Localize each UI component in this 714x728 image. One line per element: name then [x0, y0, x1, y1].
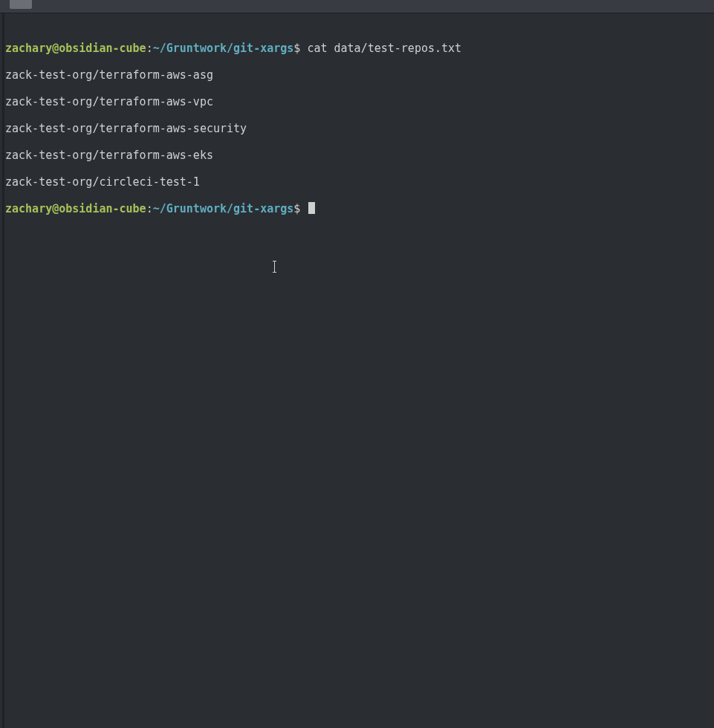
output-line: zack-test-org/terraform-aws-eks [5, 149, 712, 162]
prompt-path: ~/Gruntwork/git-xargs [153, 42, 294, 55]
prompt-dollar: $ [293, 42, 307, 55]
text-cursor-icon [274, 261, 275, 273]
prompt-user: zachary@obsidian-cube [5, 202, 146, 215]
terminal-cursor [308, 202, 315, 214]
prompt-user: zachary@obsidian-cube [5, 42, 146, 55]
prompt-path: ~/Gruntwork/git-xargs [153, 202, 294, 215]
titlebar-tab[interactable] [10, 0, 32, 9]
terminal-line-1: zachary@obsidian-cube:~/Gruntwork/git-xa… [5, 42, 712, 55]
output-line: zack-test-org/terraform-aws-security [5, 122, 712, 135]
output-line: zack-test-org/circleci-test-1 [5, 175, 712, 189]
output-line: zack-test-org/terraform-aws-vpc [5, 95, 712, 108]
prompt-colon: : [146, 202, 153, 215]
prompt-colon: : [146, 42, 153, 55]
terminal-line-prompt: zachary@obsidian-cube:~/Gruntwork/git-xa… [5, 202, 712, 215]
command-text: cat data/test-repos.txt [307, 42, 461, 55]
terminal-left-gutter [2, 13, 4, 728]
terminal-area[interactable]: zachary@obsidian-cube:~/Gruntwork/git-xa… [0, 13, 714, 728]
prompt-dollar: $ [293, 202, 307, 215]
window-titlebar[interactable] [0, 0, 714, 13]
output-line: zack-test-org/terraform-aws-asg [5, 68, 712, 82]
